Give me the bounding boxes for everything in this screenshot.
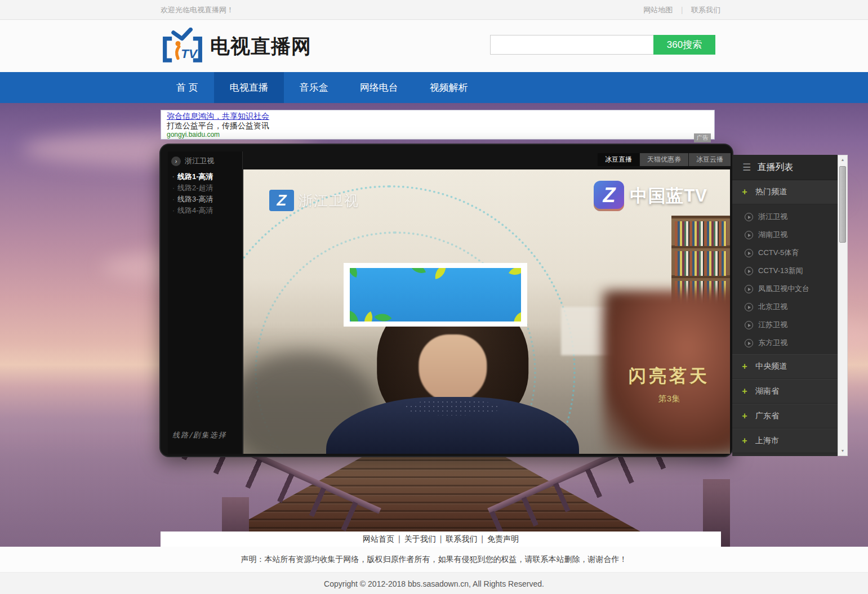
live-list-header: ☰ 直播列表: [732, 155, 838, 180]
channel-item-zhejiang[interactable]: 浙江卫视: [732, 208, 838, 226]
plus-icon: +: [741, 187, 748, 197]
ad-subline: 打造公益平台，传播公益资讯: [167, 121, 709, 131]
tv-logo-icon: TV: [158, 28, 207, 65]
zhejiang-tv-watermark-text: 浙江卫视: [299, 191, 359, 210]
scroll-down-icon[interactable]: ▼: [838, 446, 847, 455]
page: 欢迎光临电视直播网！ 网站地图 ｜ 联系我们 TV 电视直播网 360搜索: [0, 0, 868, 594]
nav-item-home[interactable]: 首 页: [161, 72, 214, 103]
video-player: › 浙江卫视 ·线路1-高清 ·线路2-超清 ·线路3-高清 ·线路4-高清 线…: [161, 145, 732, 456]
play-icon: [745, 339, 753, 347]
overlay-ad-graphic: [350, 268, 521, 321]
line-item-3[interactable]: ·线路3-高清: [168, 194, 242, 205]
disclaimer-text: 声明：本站所有资源均收集于网络，版权归原作者所有，如果有侵犯到您的权益，请联系本…: [0, 547, 868, 573]
chevron-right-icon: ›: [171, 157, 181, 166]
nav-item-web-radio[interactable]: 网络电台: [344, 72, 414, 103]
footer-link-bar: 网站首页|关于我们|联系我们|免责声明: [161, 532, 721, 547]
nav-item-music-box[interactable]: 音乐盒: [284, 72, 344, 103]
plus-icon: +: [741, 386, 748, 396]
list-icon: ☰: [742, 162, 751, 173]
search-input[interactable]: [490, 35, 653, 55]
leaf-icon: [350, 311, 362, 321]
bullet-icon: ·: [172, 182, 175, 194]
play-icon: [745, 303, 753, 311]
line-list: ·线路1-高清 ·线路2-超清 ·线路3-高清 ·线路4-高清: [168, 171, 242, 216]
program-caption: 闪亮茗天 第3集: [629, 364, 710, 404]
play-icon: [745, 267, 753, 275]
china-blue-tv-logo-text: 中国蓝TV: [630, 184, 707, 208]
line-item-2[interactable]: ·线路2-超清: [168, 182, 242, 194]
ad-headline-link[interactable]: 弥合信息鸿沟，共享知识社会: [167, 111, 709, 121]
section-shanghai[interactable]: + 上海市: [732, 428, 838, 453]
footer-divider: |: [479, 534, 485, 543]
page-bottom: 声明：本站所有资源均收集于网络，版权归原作者所有，如果有侵犯到您的权益，请联系本…: [0, 547, 868, 594]
topbar: 欢迎光临电视直播网！ 网站地图 ｜ 联系我们: [0, 0, 868, 20]
footer-link-disclaimer[interactable]: 免责声明: [485, 534, 521, 543]
program-title: 闪亮茗天: [629, 364, 710, 388]
live-list-sidebar: ☰ 直播列表 + 热门频道 浙江卫视 湖南卫视 CCTV-5体育 CCTV-13…: [732, 155, 838, 456]
topbar-divider: ｜: [678, 0, 686, 20]
face-shape: [419, 334, 487, 403]
search-box: 360搜索: [490, 35, 715, 55]
hot-channel-list: 浙江卫视 湖南卫视 CCTV-5体育 CCTV-13新闻 凤凰卫视中文台 北京卫…: [732, 204, 838, 354]
video-frame[interactable]: Z 浙江卫视 Z 中国蓝TV 闪亮茗天 第3集: [243, 169, 730, 454]
contact-link[interactable]: 联系我们: [691, 0, 720, 20]
ad-badge: 广告: [694, 133, 711, 142]
china-blue-tv-logo: Z 中国蓝TV: [594, 181, 707, 211]
line-item-4[interactable]: ·线路4-高清: [168, 205, 242, 216]
video-overlay-ad[interactable]: [344, 263, 527, 327]
search-button[interactable]: 360搜索: [653, 35, 715, 55]
section-hot-channels[interactable]: + 热门频道: [732, 180, 838, 204]
site-header: TV 电视直播网 360搜索: [0, 20, 868, 72]
line-episode-selector-note: 线路/剧集选择: [172, 430, 226, 440]
channel-item-beijing[interactable]: 北京卫视: [732, 298, 838, 316]
tab-bingdou-live[interactable]: 冰豆直播: [598, 153, 639, 166]
play-icon: [745, 285, 753, 293]
play-icon: [745, 231, 753, 239]
scroll-up-icon[interactable]: ▲: [838, 155, 847, 164]
site-title: 电视直播网: [210, 33, 311, 60]
player-tabs: 冰豆直播 天猫优惠券 冰豆云播: [598, 153, 731, 166]
footer-link-about[interactable]: 关于我们: [402, 534, 438, 543]
bullet-icon: ·: [172, 205, 175, 216]
sitemap-link[interactable]: 网站地图: [643, 0, 673, 20]
current-channel-title: 浙江卫视: [185, 156, 214, 166]
site-logo[interactable]: TV 电视直播网: [158, 28, 311, 65]
tab-tmall-coupon[interactable]: 天猫优惠券: [640, 153, 688, 166]
nav-item-video-parse[interactable]: 视频解析: [414, 72, 484, 103]
footer-link-home[interactable]: 网站首页: [360, 534, 397, 543]
section-central-channels[interactable]: + 中央频道: [732, 354, 838, 379]
sidebar-scrollbar[interactable]: ▲ ▼: [838, 155, 848, 456]
footer-link-contact[interactable]: 联系我们: [443, 534, 479, 543]
live-list-title: 直播列表: [757, 162, 793, 173]
section-guangdong-province[interactable]: + 广东省: [732, 404, 838, 428]
leaf-icon: [410, 268, 426, 276]
footer-divider: |: [438, 534, 444, 543]
leaf-icon: [375, 309, 392, 321]
welcome-text: 欢迎光临电视直播网！: [161, 0, 234, 20]
tab-bingdou-cloud[interactable]: 冰豆云播: [689, 153, 731, 166]
bullet-icon: ·: [172, 194, 175, 205]
scrollbar-thumb[interactable]: [839, 166, 846, 243]
leaf-icon: [510, 312, 521, 321]
channel-item-cctv5[interactable]: CCTV-5体育: [732, 244, 838, 262]
zhejiang-tv-watermark: Z 浙江卫视: [269, 190, 359, 211]
nav-item-tv-live[interactable]: 电视直播: [214, 72, 284, 103]
channel-item-cctv13[interactable]: CCTV-13新闻: [732, 262, 838, 280]
copyright-text: Copyright © 2012-2018 bbs.sasadown.cn, A…: [0, 573, 868, 594]
channel-item-jiangsu[interactable]: 江苏卫视: [732, 316, 838, 334]
ad-banner[interactable]: 弥合信息鸿沟，共享知识社会 打造公益平台，传播公益资讯 gongyi.baidu…: [161, 110, 715, 140]
channel-item-phoenix[interactable]: 凤凰卫视中文台: [732, 280, 838, 298]
line-item-1[interactable]: ·线路1-高清: [168, 171, 242, 182]
ad-url: gongyi.baidu.com: [167, 131, 709, 139]
channel-item-dongfang[interactable]: 东方卫视: [732, 334, 838, 352]
channel-panel-header[interactable]: › 浙江卫视: [168, 151, 242, 169]
leaf-icon: [350, 268, 360, 278]
section-hunan-province[interactable]: + 湖南省: [732, 379, 838, 404]
leaf-icon: [433, 268, 447, 279]
main-nav: 首 页 电视直播 音乐盒 网络电台 视频解析: [0, 72, 868, 103]
beaded-collar: [404, 400, 501, 416]
actress-figure: [326, 312, 579, 454]
logo-tv-text: TV: [181, 47, 198, 61]
plus-icon: +: [741, 436, 748, 446]
channel-item-hunan[interactable]: 湖南卫视: [732, 226, 838, 244]
